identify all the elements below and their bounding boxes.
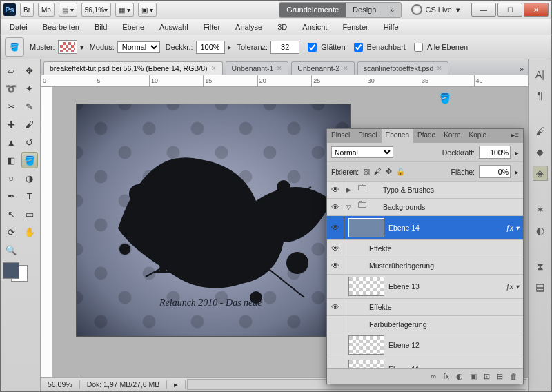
menu-datei[interactable]: Datei [3,21,34,32]
brush-panel-icon[interactable]: 🖌 [533,124,547,138]
bucket-tool[interactable]: 🪣 [21,152,39,168]
menu-ansicht[interactable]: Ansicht [296,21,333,32]
new-layer-icon[interactable]: ⊞ [497,372,503,381]
extras-button[interactable]: ▦ ▾ [115,3,134,17]
effects-header[interactable]: 👁Effekte [327,299,523,316]
bridge-button[interactable]: Br [20,3,34,17]
deckkraft-input[interactable] [479,146,511,159]
info-panel-icon[interactable]: ◐ [533,224,547,237]
tab-ebenen[interactable]: Ebenen [382,129,413,143]
ruler-horizontal[interactable]: 0510152025303540 [41,75,528,87]
foreground-color[interactable] [3,262,19,279]
foreground-background-swatch[interactable] [3,262,28,282]
paragraph-panel-icon[interactable]: ¶ [533,88,547,102]
effects-header[interactable]: 👁Effekte [327,240,523,257]
visibility-icon[interactable]: 👁 [327,240,344,257]
trash-icon[interactable]: 🗑 [510,372,518,380]
modus-select[interactable]: Normal [117,41,160,53]
brush-tool[interactable]: 🖌 [21,116,39,133]
lasso-tool[interactable]: ➰ [3,80,20,97]
character-panel-icon[interactable]: A| [533,68,547,81]
pen-tool[interactable]: ✒ [3,188,20,204]
path-select-tool[interactable]: ↖ [3,206,20,222]
menu-analyse[interactable]: Analyse [229,21,268,32]
ruler-vertical[interactable] [41,87,52,377]
bucket-tool-icon[interactable]: 🪣 [5,37,24,57]
maximize-button[interactable]: ☐ [497,3,522,17]
status-zoom[interactable]: 56,09% [41,380,80,389]
layer-ebene14[interactable]: 👁Ebene 14ƒx ▾ [327,216,523,240]
flaeche-input[interactable] [479,165,511,178]
type-tool[interactable]: T [21,188,39,204]
menu-fenster[interactable]: Fenster [336,21,374,32]
zoom-display[interactable]: 56,1% ▾ [81,3,111,17]
actions-panel-icon[interactable]: ▤ [533,280,547,294]
shapes-panel-icon[interactable]: ✶ [533,203,547,217]
shape-tool[interactable]: ▭ [21,206,39,222]
tab-unbenannt2[interactable]: Unbenannt-2✕ [291,61,355,75]
panel-menu-icon[interactable]: ▸≡ [507,129,523,143]
heal-tool[interactable]: ✚ [3,116,20,133]
menu-3d[interactable]: 3D [271,21,293,32]
menu-auswahl[interactable]: Auswahl [153,21,195,32]
tab-pinsel1[interactable]: Pinsel [327,129,354,143]
alle-ebenen-checkbox[interactable]: Alle Ebenen [411,41,468,54]
tab-unbenannt1[interactable]: Unbenannt-1✕ [226,61,289,75]
benachbart-checkbox[interactable]: Benachbart [351,41,406,54]
visibility-icon[interactable]: 👁 [327,199,344,215]
group-icon[interactable]: ⊡ [484,372,490,381]
tab-kopie[interactable]: Kopie [465,129,491,143]
crop-tool[interactable]: ✂ [3,98,20,115]
effect-muster[interactable]: 👁Musterüberlagerung [327,257,523,275]
toleranz-input[interactable] [270,41,299,54]
wand-tool[interactable]: ✦ [21,80,39,97]
workspace-more[interactable]: » [383,3,401,17]
layer-list[interactable]: 👁▶🗀Typo & Brushes 👁▽🗀Backgrounds 👁Ebene … [327,182,523,368]
adjustment-icon[interactable]: ▣ [470,372,477,381]
eyedropper-tool[interactable]: ✎ [21,98,39,115]
menu-ebene[interactable]: Ebene [116,21,150,32]
history-brush-tool[interactable]: ↺ [21,134,39,150]
mini-bridge-button[interactable]: Mb [38,3,55,17]
swatches-panel-icon[interactable]: ◆ [533,145,547,159]
workspace-design[interactable]: Design [346,3,383,17]
effect-farb[interactable]: Farbüberlagerung [327,316,523,333]
close-icon[interactable]: ✕ [211,65,217,72]
tab-scanline[interactable]: scanlinefotoeffekt.psd✕ [357,61,448,75]
zoom-tool[interactable]: 🔍 [3,242,20,258]
layer-ebene12[interactable]: Ebene 12 [327,333,523,357]
workspace-grundelemente[interactable]: Grundelemente [279,3,346,17]
mask-icon[interactable]: ◐ [456,372,463,381]
arrange-button[interactable]: ▤ ▾ [59,3,77,17]
tab-pinsel2[interactable]: Pinsel [354,129,381,143]
tab-korre[interactable]: Korre [440,129,464,143]
blend-mode-select[interactable]: Normal [331,146,393,158]
menu-bearbeiten[interactable]: Bearbeiten [37,21,86,32]
lock-position-icon[interactable]: ✥ [386,167,392,176]
menu-bild[interactable]: Bild [88,21,113,32]
tab-pfade[interactable]: Pfade [413,129,440,143]
screen-mode-button[interactable]: ▣ ▾ [138,3,157,17]
move-tool[interactable]: ▱ [3,62,20,79]
layer-ebene11[interactable]: Ebene 11 [327,357,523,368]
visibility-icon[interactable]: 👁 [327,216,344,239]
close-icon[interactable]: ✕ [277,65,282,72]
close-icon[interactable]: ✕ [437,65,442,72]
layer-thumbnail[interactable] [348,218,384,237]
layers-panel-icon[interactable]: ◈ [533,166,548,181]
workspace-switcher[interactable]: Grundelemente Design » [279,2,402,18]
pattern-swatch[interactable] [58,40,77,54]
layer-thumbnail[interactable] [348,360,384,368]
dodge-tool[interactable]: ◑ [21,170,39,186]
fx-icon[interactable]: fx [443,372,449,380]
layers-panel[interactable]: Pinsel Pinsel Ebenen Pfade Korre Kopie ▸… [326,128,524,384]
visibility-icon[interactable]: 👁 [327,257,344,274]
status-dok[interactable]: Dok: 1,97 MB/27,6 MB [80,380,168,389]
tab-breakeffekt[interactable]: breakeffekt-tut.psd bei 56,1% (Ebene 14,… [43,61,223,75]
visibility-icon[interactable]: 👁 [327,182,344,198]
group-typo[interactable]: 👁▶🗀Typo & Brushes [327,182,523,199]
close-button[interactable]: ✕ [524,3,549,17]
eraser-tool[interactable]: ◧ [3,152,20,168]
lock-pixels-icon[interactable]: 🖌 [374,167,382,176]
menu-filter[interactable]: Filter [197,21,226,32]
